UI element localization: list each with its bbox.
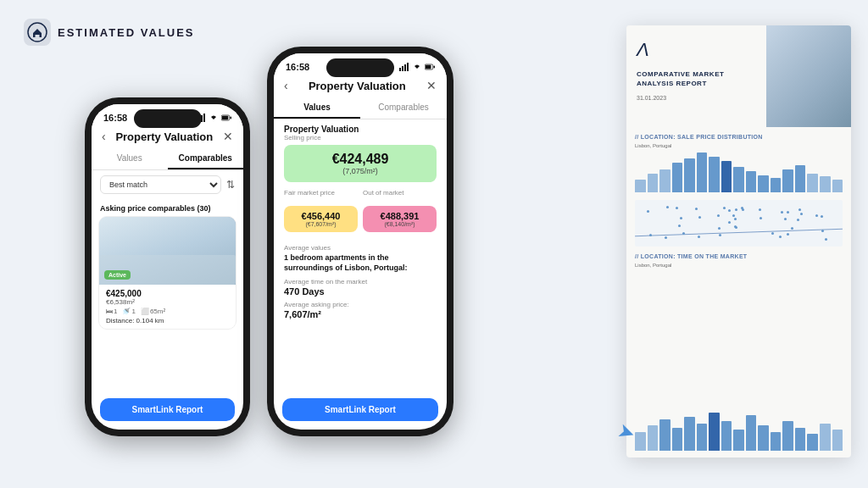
scatter-dot — [698, 236, 700, 238]
selling-price-main: €424,489 — [294, 152, 426, 167]
bar2-14 — [807, 434, 818, 451]
battery-icon-large — [425, 63, 435, 71]
scatter-dot — [779, 236, 782, 238]
bar-0 — [635, 180, 646, 192]
out-price-sqm: (€8,140/m²) — [370, 221, 430, 227]
scatter-dot — [735, 208, 737, 211]
chart2-title: // LOCATION: TIME ON THE MARKET — [635, 253, 843, 259]
out-market-label: Out of market — [363, 189, 437, 197]
svg-rect-7 — [222, 116, 229, 120]
back-icon-small[interactable]: ‹ — [102, 130, 106, 143]
phone-notch-small — [134, 109, 202, 128]
fair-price: €456,440 — [291, 211, 351, 221]
bar2-12 — [782, 421, 793, 451]
scatter-dot — [718, 227, 721, 230]
beds-icon: 🛏 1 — [106, 308, 117, 315]
svg-rect-5 — [203, 114, 205, 122]
report-logo: Λ — [637, 39, 756, 61]
smartlink-btn-large[interactable]: SmartLink Report — [282, 398, 438, 421]
home-icon — [24, 19, 51, 46]
svg-rect-15 — [434, 66, 436, 69]
close-icon-large[interactable]: ✕ — [426, 79, 437, 92]
svg-rect-10 — [402, 66, 403, 71]
nav-title-small: Property Valuation — [115, 130, 213, 143]
scatter-dot — [771, 232, 774, 235]
sort-dropdown[interactable]: Best match — [100, 175, 221, 194]
bar2-2 — [659, 419, 670, 452]
bar-5 — [697, 152, 708, 193]
bar2-11 — [771, 432, 782, 452]
tab-comparables-large[interactable]: Comparables — [360, 97, 447, 119]
comparables-header: Asking price comparables (30) — [92, 199, 243, 216]
avg-time-value: 470 Days — [284, 286, 437, 297]
selling-price-sqm: (7,075/m²) — [294, 167, 426, 175]
status-icons-large — [399, 63, 435, 71]
bar2-16 — [832, 430, 843, 451]
fair-price-box: €456,440 (€7,607/m²) — [284, 206, 358, 232]
phone-notch-large — [326, 58, 394, 77]
wifi-icon-large — [412, 63, 422, 71]
fair-market-label: Fair market price — [284, 189, 358, 197]
report-panel: Λ COMPARATIVE MARKETANALYSIS REPORT 31.0… — [626, 25, 851, 458]
status-time-small: 16:58 — [103, 113, 127, 123]
smartlink-btn-small[interactable]: SmartLink Report — [100, 398, 235, 421]
bar2-10 — [758, 425, 769, 451]
scatter-dot — [759, 208, 761, 211]
tab-values-small[interactable]: Values — [92, 148, 168, 169]
scatter-dot — [784, 218, 787, 220]
property-sqm-small: €6,538m² — [106, 298, 229, 306]
chart1-title: // LOCATION: SALE PRICE DISTRIBUTION — [635, 134, 843, 140]
out-price-box: €488,391 (€8,140/m²) — [363, 206, 437, 232]
scatter-dot — [649, 234, 652, 236]
app-title: ESTIMATED VALUES — [58, 26, 195, 39]
svg-rect-12 — [407, 63, 409, 71]
valuation-section: Property Valuation Selling price €424,48… — [274, 119, 447, 244]
avg-section: Average values 1 bedroom apartments in t… — [274, 244, 447, 374]
tab-values-large[interactable]: Values — [274, 97, 360, 119]
property-card-small[interactable]: Active €425,000 €6,538m² 🛏 1 🚿 1 ⬜ 65m² … — [98, 216, 236, 330]
scatter-dot — [723, 207, 726, 209]
bar-6 — [709, 157, 720, 193]
sort-icon[interactable]: ⇅ — [226, 179, 235, 191]
scatter-dot — [734, 218, 737, 220]
bar-1 — [648, 174, 659, 193]
chart2-location: Lisbon, Portugal — [635, 263, 843, 268]
scatter-dot — [678, 225, 681, 227]
bar-3 — [672, 163, 683, 192]
valuation-sub: Selling price — [284, 134, 437, 141]
active-badge: Active — [104, 270, 131, 280]
scatter-dot — [797, 219, 799, 221]
report-photo — [766, 25, 851, 127]
phones-container: 16:58 ‹ Property Valuation ✕ Values Comp… — [85, 47, 453, 436]
sale-price-bar-chart — [635, 151, 843, 193]
bar-9 — [746, 171, 757, 192]
area-icon: ⬜ 65m² — [141, 308, 165, 315]
scatter-dot — [665, 236, 667, 239]
nav-title-large: Property Valuation — [309, 80, 406, 92]
bar2-5 — [697, 424, 708, 452]
close-icon-small[interactable]: ✕ — [223, 130, 233, 143]
property-meta-small: 🛏 1 🚿 1 ⬜ 65m² — [106, 308, 229, 315]
scatter-dot — [647, 210, 649, 213]
signal-icon-large — [399, 63, 409, 71]
svg-rect-8 — [231, 117, 232, 119]
svg-rect-14 — [426, 65, 431, 69]
bar-10 — [758, 175, 769, 192]
tabs-large: Values Comparables — [274, 97, 447, 119]
bar2-0 — [635, 432, 646, 452]
bar2-15 — [820, 424, 831, 452]
tab-comparables-small[interactable]: Comparables — [168, 148, 244, 169]
scatter-dot — [800, 213, 803, 215]
property-info-small: €425,000 €6,538m² 🛏 1 🚿 1 ⬜ 65m² Distanc… — [99, 285, 236, 329]
report-header: Λ COMPARATIVE MARKETANALYSIS REPORT 31.0… — [626, 25, 851, 127]
back-icon-large[interactable]: ‹ — [284, 79, 288, 92]
market-boxes-row: €456,440 (€7,607/m²) €488,391 (€8,140/m²… — [284, 206, 437, 232]
property-image-small: Active — [99, 217, 236, 285]
scatter-dot — [821, 230, 824, 232]
avg-asking-value: 7,607/m² — [284, 309, 437, 319]
bar2-8 — [733, 430, 744, 451]
market-labels-row: Fair market price Out of market — [284, 189, 437, 199]
report-body: // LOCATION: SALE PRICE DISTRIBUTION Lis… — [626, 127, 851, 408]
scatter-dot — [732, 214, 735, 217]
bar2-6 — [709, 413, 720, 451]
